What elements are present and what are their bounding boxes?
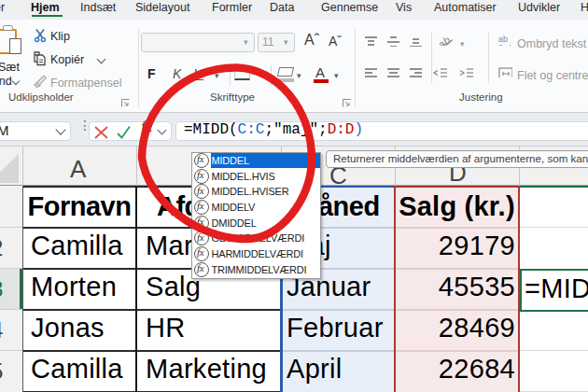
svg-text:c: c — [498, 42, 503, 46]
